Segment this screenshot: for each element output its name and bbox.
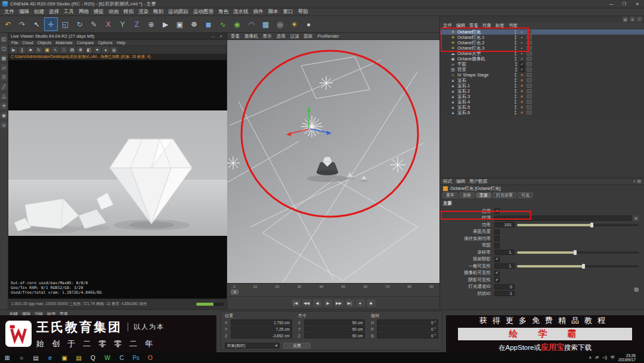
object-tag-icon[interactable] xyxy=(519,67,525,72)
visibility-dots[interactable] xyxy=(515,30,517,34)
network-icon[interactable]: ⇄ xyxy=(595,355,599,360)
toolbar-icon[interactable]: ✛ xyxy=(44,17,58,31)
menu-item[interactable]: 角色 xyxy=(216,8,231,16)
mode-icon[interactable]: △ xyxy=(1,93,7,100)
live-viewer-tool-icon[interactable]: ↻ xyxy=(35,47,42,53)
menu-item[interactable]: 模拟 xyxy=(121,8,136,16)
viewport-menu-item[interactable]: 过滤 xyxy=(290,33,299,39)
menu-item[interactable]: 网格 xyxy=(76,8,91,16)
menu-item[interactable]: 选择 xyxy=(47,8,61,16)
toolbar-icon[interactable]: ↶ xyxy=(1,17,15,31)
menu-item[interactable]: 流水线 xyxy=(231,8,251,16)
live-viewer-window-buttons[interactable]: — ✕ xyxy=(211,34,224,38)
live-viewer-tool-icon[interactable]: ☸ xyxy=(77,47,84,53)
transport-button[interactable]: ◀◀ xyxy=(302,299,311,307)
property-checkbox[interactable] xyxy=(494,270,500,276)
live-viewer-menu-item[interactable]: Objects xyxy=(38,41,52,45)
taskbar-app-icon[interactable]: ⊞ xyxy=(0,352,14,363)
timeline-handle[interactable]: 0 xyxy=(231,290,239,294)
menu-item[interactable]: 捕捉 xyxy=(91,8,106,16)
toolbar-icon[interactable]: ↻ xyxy=(73,17,86,31)
menu-item[interactable]: 创建 xyxy=(32,8,47,16)
taskbar-app-icon[interactable]: O xyxy=(143,352,157,363)
toolbar-icon[interactable]: ◉ xyxy=(230,17,244,31)
property-value-field[interactable]: 1. xyxy=(494,250,515,255)
live-viewer-menu-item[interactable]: Help xyxy=(117,41,125,45)
object-tag-chip[interactable] xyxy=(527,105,532,109)
transport-button[interactable]: ● xyxy=(356,299,365,307)
toolbar-icon[interactable]: ↷ xyxy=(16,17,29,31)
visibility-dots[interactable] xyxy=(515,94,517,99)
object-tag-chip[interactable] xyxy=(527,46,532,50)
object-tag-chip[interactable] xyxy=(527,94,532,99)
property-slider[interactable] xyxy=(517,251,639,254)
toolbar-icon[interactable]: Z xyxy=(130,17,144,31)
property-checkbox[interactable] xyxy=(494,236,500,241)
mode-icon[interactable]: ∪ xyxy=(1,122,7,128)
attr-menu-edit[interactable]: 编辑 xyxy=(456,179,465,184)
mode-icon[interactable]: ◉ xyxy=(1,112,7,119)
object-tag-icon[interactable] xyxy=(519,51,525,56)
property-number-field[interactable]: 1 xyxy=(494,291,515,296)
taskbar-app-icon[interactable]: W xyxy=(100,352,114,363)
menu-item[interactable]: 文件 xyxy=(2,8,17,16)
object-tag-icon[interactable] xyxy=(519,30,525,34)
object-manager-menu-item[interactable]: 对象 xyxy=(482,23,491,29)
object-tag-chip[interactable] xyxy=(527,84,532,88)
object-tag-chip[interactable] xyxy=(527,67,532,72)
visibility-dots[interactable] xyxy=(515,100,517,104)
toolbar-icon[interactable]: ▣ xyxy=(173,17,187,31)
attr-menu-userdata[interactable]: 用户数据 xyxy=(469,179,487,184)
transport-button[interactable]: ▶| xyxy=(345,299,354,307)
ime-indicator[interactable]: 中 xyxy=(611,355,615,361)
menu-item[interactable]: 雕刻 xyxy=(151,8,166,16)
property-value-field[interactable]: 1. xyxy=(494,263,515,269)
object-tag-icon[interactable] xyxy=(519,41,525,45)
viewport-menu-item[interactable]: 选项 xyxy=(277,33,286,39)
mode-icon[interactable]: ⠿ xyxy=(1,74,7,81)
live-viewer-tool-icon[interactable]: ▣ xyxy=(44,47,51,53)
live-viewer-menu-item[interactable]: Cloud xyxy=(22,41,33,45)
menu-item[interactable]: 插件 xyxy=(251,8,266,16)
object-tag-icon[interactable] xyxy=(519,61,525,67)
object-row[interactable]: 背景 xyxy=(440,67,644,72)
visibility-dots[interactable] xyxy=(515,78,517,82)
object-tag-icon[interactable] xyxy=(519,105,525,109)
viewport-menu-item[interactable]: 摄像机 xyxy=(244,33,258,39)
object-tag-chip[interactable] xyxy=(527,30,532,34)
object-tag-icon[interactable] xyxy=(519,46,525,50)
visibility-dots[interactable] xyxy=(515,84,517,88)
menu-item[interactable]: 编辑 xyxy=(17,8,32,16)
maximize-button[interactable]: ❐ xyxy=(618,0,631,8)
menu-item[interactable]: 脚本 xyxy=(266,8,281,16)
attribute-tab[interactable]: 基本 xyxy=(442,192,458,198)
tray-chevron-icon[interactable]: ∧ xyxy=(589,355,592,360)
menu-item[interactable]: 渲染 xyxy=(136,8,151,16)
transport-button[interactable]: ◀ xyxy=(313,299,322,307)
search-icon[interactable]: ○ xyxy=(637,17,642,21)
taskbar-app-icon[interactable]: ○ xyxy=(14,352,29,363)
viewport-menu-item[interactable]: 面板 xyxy=(304,33,313,39)
mode-icon[interactable]: ╱ xyxy=(1,84,7,90)
object-tag-chip[interactable] xyxy=(527,51,532,56)
object-manager-menu-item[interactable]: 标签 xyxy=(496,23,504,29)
object-tag-icon[interactable] xyxy=(519,57,525,61)
visibility-dots[interactable] xyxy=(515,41,517,45)
render-canvas[interactable]: Out-of-core used/max/MaxWS: 0/0/0Geo/Tex… xyxy=(8,60,227,299)
taskbar-app-icon[interactable]: ▤ xyxy=(29,352,43,363)
taskbar-app-icon[interactable]: ▤ xyxy=(72,352,86,363)
property-slider[interactable] xyxy=(517,224,639,226)
toolbar-icon[interactable]: ☸ xyxy=(187,17,201,31)
visibility-dots[interactable] xyxy=(515,89,517,93)
object-tag-chip[interactable] xyxy=(527,110,532,115)
taskbar-app-icon[interactable]: ▣ xyxy=(57,352,72,363)
live-viewer-tool-icon[interactable]: ▼ xyxy=(94,47,101,53)
mode-icon[interactable]: ▦ xyxy=(1,55,7,61)
visibility-dots[interactable] xyxy=(515,67,518,72)
transport-button[interactable]: ▶▶ xyxy=(335,299,343,307)
object-manager-menu-item[interactable]: 编辑 xyxy=(456,23,465,29)
live-viewer-menu-item[interactable]: Compare xyxy=(77,41,94,45)
visibility-dots[interactable] xyxy=(515,110,517,115)
viewport-menu-item[interactable]: ProRender xyxy=(318,33,339,39)
property-checkbox[interactable] xyxy=(494,208,500,214)
